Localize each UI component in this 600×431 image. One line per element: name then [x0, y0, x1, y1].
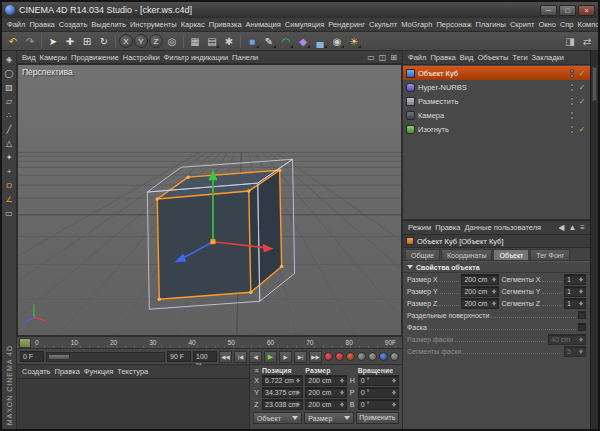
make-editable-icon[interactable]: ◈ — [3, 53, 16, 66]
menu-mesh[interactable]: Каркас — [179, 19, 207, 30]
enable-axis-icon[interactable]: + — [3, 165, 16, 178]
live-selection-icon[interactable]: ➤ — [45, 33, 61, 49]
rotation-h-field[interactable]: 0 ° — [358, 375, 399, 386]
minimize-button[interactable]: ─ — [540, 5, 557, 16]
coords-mode-dropdown[interactable]: Размер — [304, 412, 353, 424]
z-axis-lock-icon[interactable]: Z — [149, 34, 163, 48]
add-nurbs-icon[interactable]: ◠ — [278, 33, 294, 49]
maximize-button[interactable]: □ — [559, 5, 576, 16]
gizmo-origin-handle[interactable] — [210, 239, 215, 244]
add-environment-icon[interactable]: ▄ — [312, 33, 328, 49]
undo-icon[interactable]: ↶ — [5, 33, 21, 49]
visibility-toggles[interactable] — [570, 111, 574, 120]
record-pla-button[interactable] — [390, 352, 399, 361]
coords-menu-icon[interactable]: ≡ — [253, 367, 260, 374]
polygons-mode-icon[interactable]: △ — [3, 137, 16, 150]
material-list-area[interactable] — [17, 379, 249, 429]
vp-menu-options[interactable]: Настройки — [121, 52, 162, 63]
timeline-ruler[interactable]: 0 10 20 30 40 50 60 70 80 90F — [17, 336, 402, 349]
workplane-mode-icon[interactable]: ▱ — [3, 95, 16, 108]
visibility-toggles[interactable] — [570, 83, 574, 92]
split-view-icon[interactable]: ◫ — [377, 53, 389, 62]
add-light-icon[interactable]: ☀ — [346, 33, 362, 49]
y-axis-lock-icon[interactable]: Y — [134, 34, 148, 48]
object-row-cube[interactable]: Объект Куб ✓ — [403, 66, 590, 80]
right-scrollbar[interactable] — [590, 51, 598, 429]
rotation-b-field[interactable]: 0 ° — [358, 399, 399, 410]
model-mode-icon[interactable]: ◯ — [3, 67, 16, 80]
menu-tools[interactable]: Инструменты — [128, 19, 179, 30]
play-button[interactable]: ▶ — [264, 351, 277, 363]
vp-menu-view[interactable]: Вид — [20, 52, 38, 63]
tab-phong[interactable]: Тег Фонг — [530, 249, 570, 260]
nav-back-icon[interactable]: ◀ — [556, 223, 566, 232]
size-x-field[interactable]: 200 cm — [305, 375, 346, 386]
vp-menu-filter[interactable]: Фильтр индикации — [162, 52, 230, 63]
object-properties-section[interactable]: Свойства объекта — [403, 261, 590, 273]
segments-x-field[interactable]: 1 — [564, 274, 586, 285]
redo-icon[interactable]: ↷ — [22, 33, 38, 49]
visibility-toggles[interactable] — [570, 125, 574, 134]
menu-simulate[interactable]: Симуляция — [283, 19, 326, 30]
four-view-icon[interactable]: ⊞ — [388, 53, 399, 62]
mat-menu-function[interactable]: Функция — [82, 366, 115, 377]
next-key-button[interactable]: ▶| — [294, 351, 307, 363]
swap-panels-icon[interactable]: ⇄ — [579, 33, 595, 49]
add-camera-icon[interactable]: ◉ — [329, 33, 345, 49]
points-mode-icon[interactable]: ∴ — [3, 109, 16, 122]
prev-key-button[interactable]: |◀ — [234, 351, 247, 363]
coordinate-system-icon[interactable]: ◎ — [164, 33, 180, 49]
end-frame-field[interactable]: 90 F — [167, 351, 191, 362]
position-z-field[interactable]: 23.038 cm — [262, 399, 303, 410]
om-menu-tags[interactable]: Теги — [510, 52, 529, 63]
object-row-camera[interactable]: Камера — [403, 108, 590, 122]
rotate-tool-icon[interactable]: ↻ — [96, 33, 112, 49]
cube-object[interactable] — [155, 168, 283, 301]
tab-object[interactable]: Объект — [493, 249, 529, 260]
menu-plugins[interactable]: Плагины — [473, 19, 507, 30]
record-position-button[interactable] — [346, 352, 355, 361]
menu-select[interactable]: Выделить — [89, 19, 128, 30]
single-view-icon[interactable]: ▭ — [365, 53, 377, 62]
om-menu-view[interactable]: Вид — [458, 52, 476, 63]
menu-snap[interactable]: Привязка — [207, 19, 244, 30]
menu-render[interactable]: Рендеринг — [326, 19, 367, 30]
viewport-label[interactable]: Перспектива — [22, 67, 73, 77]
visibility-toggles[interactable] — [570, 69, 574, 78]
visibility-toggles[interactable] — [570, 97, 574, 106]
am-options-icon[interactable]: ≡ — [578, 223, 587, 232]
menu-layout[interactable]: Компоновка — [576, 19, 598, 30]
menu-mograph[interactable]: MoGraph — [399, 19, 434, 30]
start-frame-field[interactable]: 0 F — [20, 351, 44, 362]
object-row-hypernurbs[interactable]: Hyper-NURBS ✓ — [403, 80, 590, 94]
om-menu-bookmarks[interactable]: Закладки — [530, 52, 566, 63]
menu-create[interactable]: Создать — [57, 19, 90, 30]
playback-rate-field[interactable]: 100 % — [193, 351, 217, 362]
menu-sculpt[interactable]: Скульпт — [367, 19, 399, 30]
vp-menu-cameras[interactable]: Камеры — [38, 52, 69, 63]
tab-basic[interactable]: Общие — [405, 249, 440, 260]
menu-character[interactable]: Персонаж — [434, 19, 473, 30]
add-modifier-icon[interactable]: ◆ — [295, 33, 311, 49]
menu-edit[interactable]: Правка — [27, 19, 56, 30]
om-menu-file[interactable]: Файл — [406, 52, 428, 63]
prev-frame-button[interactable]: ◀ — [249, 351, 262, 363]
menu-help[interactable]: Спр — [558, 19, 576, 30]
cube-size-z-field[interactable]: 200 cm — [461, 298, 499, 309]
am-menu-userdata[interactable]: Данные пользователя — [462, 222, 543, 233]
mat-menu-texture[interactable]: Текстура — [115, 366, 150, 377]
cube-size-y-field[interactable]: 200 cm — [461, 286, 499, 297]
record-keyframes-button[interactable] — [324, 352, 333, 361]
menu-script[interactable]: Скрипт — [508, 19, 537, 30]
fillet-checkbox[interactable] — [578, 323, 586, 331]
next-frame-button[interactable]: ▶ — [279, 351, 292, 363]
menu-file[interactable]: Файл — [5, 19, 27, 30]
coords-target-dropdown[interactable]: Объект — [253, 412, 302, 424]
scrollbar-thumb[interactable] — [592, 67, 597, 101]
timeline-slider-handle[interactable] — [48, 354, 70, 360]
vp-menu-display[interactable]: Продвижение — [69, 52, 121, 63]
segments-z-field[interactable]: 1 — [564, 298, 586, 309]
render-settings-icon[interactable]: ✱ — [221, 33, 237, 49]
apply-button[interactable]: Применить — [356, 412, 399, 424]
scale-tool-icon[interactable]: ⊞ — [79, 33, 95, 49]
